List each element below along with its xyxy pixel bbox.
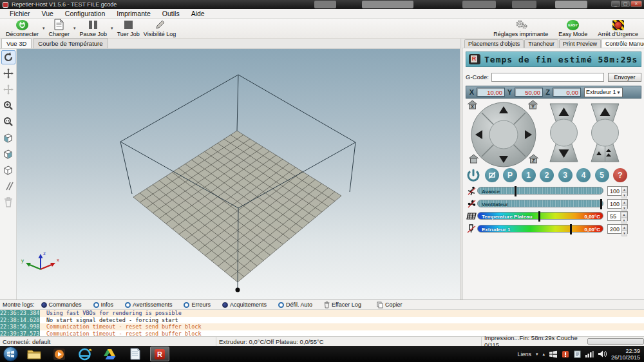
fan-spinner[interactable]: 100 ▲▼ bbox=[607, 199, 628, 209]
tab-controle-manuel[interactable]: Contrôle Manuel bbox=[601, 39, 644, 48]
help-button[interactable]: ? bbox=[613, 168, 627, 182]
start-button[interactable] bbox=[3, 347, 18, 361]
front-view-button[interactable] bbox=[1, 147, 15, 161]
taskbar-explorer-icon[interactable] bbox=[24, 347, 44, 361]
xy-jog-pad[interactable] bbox=[470, 101, 537, 168]
menu-imprimante[interactable]: Imprimante bbox=[111, 9, 156, 18]
feedrate-slider[interactable]: Avance bbox=[477, 187, 603, 195]
emergency-stop-button[interactable]: Arrêt d'Urgence bbox=[596, 19, 640, 38]
fan-slider-thumb[interactable] bbox=[600, 199, 602, 209]
preset-5-button[interactable]: 5 bbox=[595, 168, 609, 182]
pause-dropdown-arrow[interactable]: ▾ bbox=[109, 26, 115, 31]
tray-volume-icon[interactable] bbox=[598, 350, 607, 357]
zoom-in-button[interactable] bbox=[1, 99, 15, 113]
extruder-jog-control[interactable] bbox=[590, 102, 620, 163]
maximize-button[interactable]: ▢ bbox=[621, 1, 630, 7]
send-gcode-button[interactable]: Envoyer bbox=[608, 73, 641, 82]
menu-configuration[interactable]: Configuration bbox=[59, 9, 111, 18]
censored-block bbox=[555, 1, 587, 8]
extruder-temp-slider[interactable]: Extrudeur 1 0,00°C bbox=[477, 225, 603, 233]
tray-clock[interactable]: 22:39 26/10/2015 bbox=[611, 348, 640, 361]
tray-network-icon[interactable] bbox=[585, 350, 594, 357]
menu-outils[interactable]: Outils bbox=[156, 9, 185, 18]
taskbar-media-player-icon[interactable] bbox=[50, 347, 69, 361]
delete-object-button[interactable] bbox=[1, 195, 15, 209]
tab-vue-3d[interactable]: Vue 3D bbox=[1, 38, 32, 48]
feedrate-slider-thumb[interactable] bbox=[515, 186, 516, 196]
bed-temp-spinner[interactable]: 55 ▲▼ bbox=[607, 211, 628, 221]
taskbar-notepad-icon[interactable] bbox=[125, 347, 144, 361]
tab-trancheur[interactable]: Trancheur bbox=[524, 39, 558, 48]
disconnect-button[interactable]: Déconnecter bbox=[4, 19, 41, 38]
home-y-button[interactable]: Y bbox=[527, 100, 538, 110]
move-object-button[interactable] bbox=[1, 82, 15, 97]
pause-job-button[interactable]: Pause Job bbox=[78, 19, 109, 38]
preset-4-button[interactable]: 4 bbox=[576, 168, 591, 182]
copy-log-button[interactable]: Copier bbox=[377, 301, 402, 309]
viewport-3d[interactable]: y z x bbox=[17, 49, 460, 300]
gcode-input[interactable] bbox=[491, 73, 604, 82]
log-row: 22:38:56.998Communication timeout - rese… bbox=[0, 323, 644, 330]
taskbar-google-drive-icon[interactable] bbox=[100, 347, 119, 361]
load-button[interactable]: Charger bbox=[47, 19, 72, 38]
move-view-button[interactable] bbox=[1, 66, 15, 81]
taskbar-repetier-icon[interactable]: R bbox=[150, 347, 169, 361]
power-button[interactable] bbox=[466, 168, 480, 182]
kill-job-button[interactable]: Tuer Job bbox=[115, 19, 142, 38]
filter-avertissements[interactable]: Avertissements bbox=[125, 301, 172, 308]
filter-commandes[interactable]: Commandes bbox=[41, 301, 82, 308]
tray-action-center-icon[interactable] bbox=[549, 350, 557, 358]
pencil-icon bbox=[153, 19, 166, 30]
park-button[interactable]: P bbox=[503, 168, 517, 182]
show-hidden-icons-button[interactable]: ▴ bbox=[542, 352, 545, 357]
preset-3-button[interactable]: 3 bbox=[558, 168, 573, 182]
parallel-projection-button[interactable] bbox=[1, 179, 15, 193]
jog-controls: X Y Z bbox=[463, 100, 644, 167]
toggle-log-button[interactable]: Visibilité Log bbox=[142, 19, 178, 38]
tab-placements-objets[interactable]: Placements d'objets bbox=[464, 39, 524, 48]
z-jog-control[interactable] bbox=[549, 102, 579, 163]
extruder-temp-slider-thumb[interactable] bbox=[570, 224, 572, 234]
easy-mode-button[interactable]: EASY Easy Mode bbox=[556, 19, 589, 38]
motors-off-button[interactable] bbox=[485, 168, 499, 182]
tab-print-preview[interactable]: Print Preview bbox=[559, 39, 601, 48]
printer-settings-button[interactable]: Réglages imprimante bbox=[491, 19, 550, 38]
clear-log-button[interactable]: Effacer Log bbox=[324, 301, 361, 309]
feedrate-spinner[interactable]: 100 ▲▼ bbox=[607, 186, 628, 196]
minimize-button[interactable]: _ bbox=[611, 1, 620, 7]
z-position-value: 0,00 bbox=[553, 88, 581, 97]
filter-dot-icon bbox=[278, 302, 284, 308]
home-z-button[interactable]: Z bbox=[528, 154, 539, 164]
bed-temp-slider[interactable]: Temperature Plateau 0,00°C bbox=[477, 212, 603, 220]
tray-alert-icon[interactable] bbox=[562, 350, 569, 358]
menu-vue[interactable]: Vue bbox=[36, 9, 59, 18]
home-all-button[interactable] bbox=[468, 154, 479, 164]
zoom-fit-button[interactable] bbox=[1, 115, 15, 129]
fan-slider[interactable]: Ventilateur bbox=[477, 200, 603, 207]
rotate-view-button[interactable] bbox=[1, 50, 15, 64]
extruder-temp-spinner[interactable]: 200 ▲▼ bbox=[607, 224, 628, 234]
home-x-button[interactable]: X bbox=[467, 100, 478, 110]
disconnect-dropdown-arrow[interactable]: ▾ bbox=[41, 26, 47, 31]
filter-acquittements[interactable]: Acquittements bbox=[222, 301, 267, 308]
filter-erreurs[interactable]: Erreurs bbox=[184, 301, 211, 308]
isometric-view-button[interactable] bbox=[1, 131, 15, 145]
extruder-select[interactable]: Extrudeur 1▼ bbox=[584, 88, 623, 97]
close-button[interactable]: ✕ bbox=[630, 1, 642, 7]
top-view-button[interactable] bbox=[1, 163, 15, 177]
menu-fichier[interactable]: Fichier bbox=[4, 9, 36, 18]
preset-1-button[interactable]: 1 bbox=[522, 168, 536, 182]
taskbar-internet-explorer-icon[interactable] bbox=[75, 347, 94, 361]
filter-defil-auto[interactable]: Défil. Auto bbox=[278, 301, 312, 308]
stop-icon bbox=[122, 20, 135, 30]
tab-courbe-temperature[interactable]: Courbe de Température bbox=[33, 38, 108, 48]
preset-2-button[interactable]: 2 bbox=[540, 168, 554, 182]
tray-updates-icon[interactable] bbox=[574, 350, 581, 358]
control-tab-strip: Placements d'objets Trancheur Print Prev… bbox=[462, 39, 644, 48]
bed-temp-slider-thumb[interactable] bbox=[538, 211, 540, 222]
chevron-down-icon[interactable]: ▾ bbox=[536, 352, 538, 357]
load-dropdown-arrow[interactable]: ▾ bbox=[71, 26, 78, 31]
links-toolbar[interactable]: Liens bbox=[517, 351, 531, 357]
menu-aide[interactable]: Aide bbox=[185, 9, 211, 18]
filter-infos[interactable]: Infos bbox=[93, 301, 114, 308]
